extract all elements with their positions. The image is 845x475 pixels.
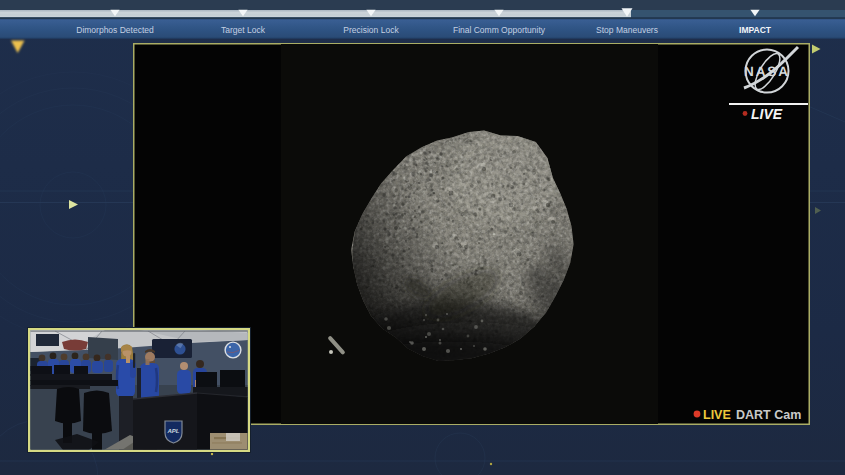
svg-text:Precision Lock: Precision Lock [343,25,399,35]
svg-text:DART Cam: DART Cam [736,408,801,422]
svg-text:Dimorphos Detected: Dimorphos Detected [76,25,154,35]
svg-text:NASA: NASA [744,64,790,79]
svg-text:LIVE: LIVE [703,408,731,422]
svg-text:Target Lock: Target Lock [221,25,266,35]
svg-text:Stop Maneuvers: Stop Maneuvers [596,25,658,35]
svg-text:Final Comm Opportunity: Final Comm Opportunity [453,25,546,35]
svg-text:LIVE: LIVE [751,106,783,122]
svg-text:IMPACT: IMPACT [739,25,772,35]
